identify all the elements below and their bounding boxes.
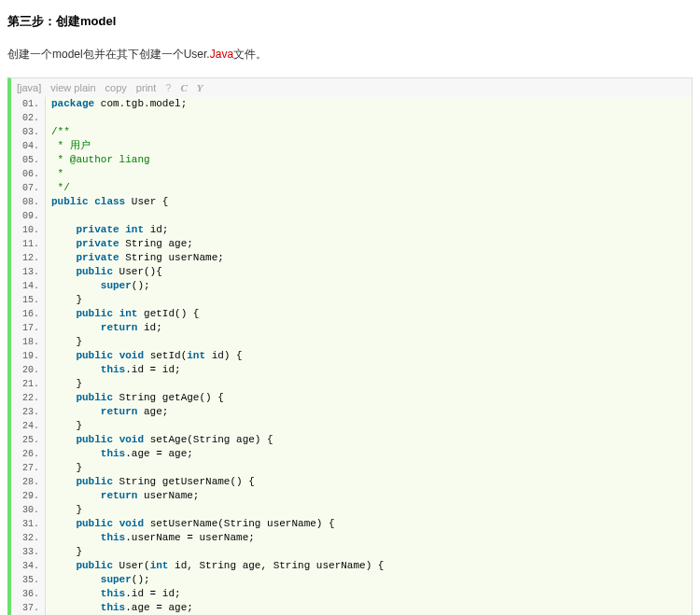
line-number: 06. [11,167,46,181]
code-content: * 用户 [46,139,692,153]
line-number: 11. [11,237,46,251]
code-content: public int getId() { [46,307,692,321]
line-number: 12. [11,251,46,265]
code-content: public void setUserName(String userName)… [46,517,692,531]
line-number: 10. [11,223,46,237]
code-line: 09. [11,209,692,223]
line-number: 26. [11,447,46,461]
line-number: 13. [11,265,46,279]
line-number: 31. [11,517,46,531]
line-number: 24. [11,419,46,433]
code-line: 22. public String getAge() { [11,391,692,405]
desc-text-highlight: Java [210,48,233,61]
line-number: 35. [11,573,46,587]
code-content: } [46,503,692,517]
line-number: 23. [11,405,46,419]
code-line: 29. return userName; [11,489,692,503]
code-line: 16. public int getId() { [11,307,692,321]
line-number: 29. [11,489,46,503]
code-line: 10. private int id; [11,223,692,237]
code-line: 24. } [11,419,692,433]
line-number: 19. [11,349,46,363]
code-content: private int id; [46,223,692,237]
line-number: 01. [11,97,46,111]
code-line: 11. private String age; [11,237,692,251]
line-number: 30. [11,503,46,517]
code-line: 03./** [11,125,692,139]
code-line: 14. super(); [11,279,692,293]
code-content: } [46,419,692,433]
view-plain-link[interactable]: view plain [50,82,95,93]
code-content: public String getAge() { [46,391,692,405]
code-content: this.userName = userName; [46,531,692,545]
code-line: 28. public String getUserName() { [11,475,692,489]
code-line: 17. return id; [11,321,692,335]
code-content: public User(int id, String age, String u… [46,559,692,573]
code-content: } [46,293,692,307]
code-line: 15. } [11,293,692,307]
line-number: 14. [11,279,46,293]
code-line: 35. super(); [11,573,692,587]
code-content: public String getUserName() { [46,475,692,489]
code-toolbar: [java] view plain copy print ? C Y [11,78,692,97]
code-content: public class User { [46,195,692,209]
code-line: 13. public User(){ [11,265,692,279]
code-content: this.id = id; [46,587,692,601]
line-number: 03. [11,125,46,139]
line-number: 05. [11,153,46,167]
code-content: this.age = age; [46,601,692,615]
code-content: package com.tgb.model; [46,97,692,111]
line-number: 02. [11,111,46,125]
code-line: 33. } [11,545,692,559]
copy-link[interactable]: copy [105,82,127,93]
code-content [46,111,692,125]
code-content: super(); [46,279,692,293]
help-link[interactable]: ? [165,82,171,93]
code-content [46,209,692,223]
section-heading: 第三步：创建model [7,13,693,30]
code-line: 27. } [11,461,692,475]
code-content: */ [46,181,692,195]
code-block: [java] view plain copy print ? C Y 01.pa… [7,77,693,615]
code-line: 31. public void setUserName(String userN… [11,517,692,531]
code-content: } [46,545,692,559]
code-content: return userName; [46,489,692,503]
line-number: 33. [11,545,46,559]
desc-text-prefix: 创建一个model包并在其下创建一个User. [7,48,210,61]
section-description: 创建一个model包并在其下创建一个User.Java文件。 [7,47,693,63]
code-area: 01.package com.tgb.model;02. 03./**04. *… [11,97,692,615]
line-number: 37. [11,601,46,615]
code-line: 34. public User(int id, String age, Stri… [11,559,692,573]
line-number: 20. [11,363,46,377]
line-number: 09. [11,209,46,223]
code-line: 05. * @author liang [11,153,692,167]
print-link[interactable]: print [136,82,156,93]
line-number: 36. [11,587,46,601]
code-content: public void setAge(String age) { [46,433,692,447]
code-line: 26. this.age = age; [11,447,692,461]
code-content: super(); [46,573,692,587]
line-number: 22. [11,391,46,405]
line-number: 15. [11,293,46,307]
code-line: 20. this.id = id; [11,363,692,377]
code-line: 21. } [11,377,692,391]
code-line: 07. */ [11,181,692,195]
line-number: 28. [11,475,46,489]
code-line: 12. private String userName; [11,251,692,265]
code-content: this.id = id; [46,363,692,377]
toolbar-icon-1[interactable]: C [180,82,187,93]
code-content: } [46,461,692,475]
desc-text-suffix: 文件。 [233,48,267,61]
code-line: 19. public void setId(int id) { [11,349,692,363]
toolbar-icon-2[interactable]: Y [197,82,203,93]
code-line: 30. } [11,503,692,517]
code-content: return age; [46,405,692,419]
code-content: public User(){ [46,265,692,279]
line-number: 17. [11,321,46,335]
code-line: 01.package com.tgb.model; [11,97,692,111]
line-number: 25. [11,433,46,447]
code-line: 25. public void setAge(String age) { [11,433,692,447]
line-number: 08. [11,195,46,209]
code-content: } [46,377,692,391]
code-content: private String userName; [46,251,692,265]
